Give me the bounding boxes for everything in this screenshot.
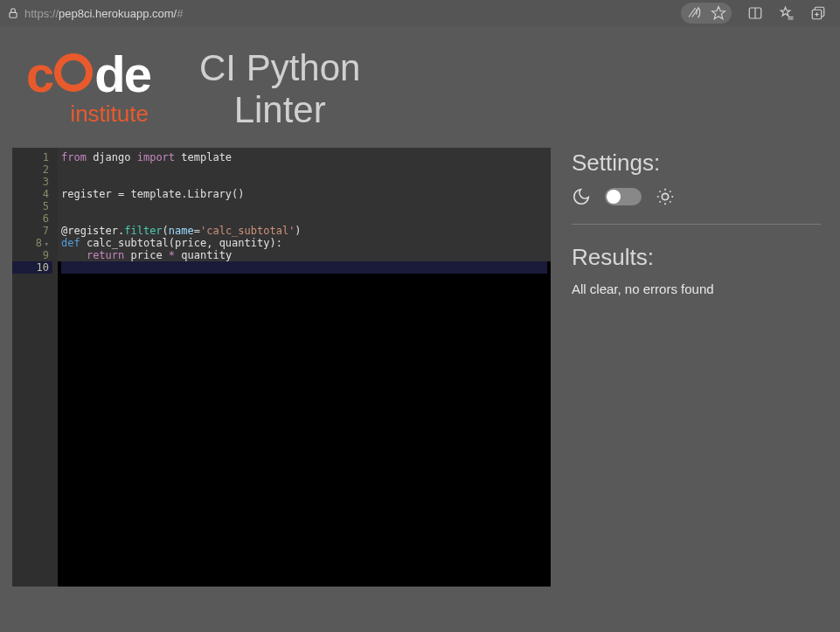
svg-line-13: [659, 191, 660, 191]
read-aloud-icon[interactable]: [686, 5, 702, 21]
svg-line-18: [670, 191, 670, 191]
code-line: @register.filter(name='calc_subtotal'): [61, 225, 547, 237]
code-line: def calc_subtotal(price, quantity):: [61, 237, 547, 249]
line-number: 7: [12, 225, 52, 237]
main-content: 1 2 3 4 5 6 7 8▾ 9 10 from django import…: [0, 148, 840, 587]
code-line-active: [61, 261, 547, 274]
code-line: [61, 176, 547, 188]
fold-icon[interactable]: ▾: [42, 238, 49, 250]
line-number: 5: [12, 200, 52, 212]
theme-toggle[interactable]: [605, 188, 642, 205]
svg-point-10: [662, 193, 668, 199]
svg-marker-4: [781, 7, 790, 16]
svg-marker-1: [712, 7, 725, 19]
collections-icon[interactable]: [810, 5, 826, 21]
line-number-active: 10: [12, 261, 52, 274]
favorite-star-icon[interactable]: [711, 5, 726, 21]
favorites-list-icon[interactable]: [779, 5, 795, 21]
code-line: register = template.Library(): [61, 188, 547, 200]
code-editor[interactable]: 1 2 3 4 5 6 7 8▾ 9 10 from django import…: [12, 148, 551, 587]
editor-gutter: 1 2 3 4 5 6 7 8▾ 9 10: [12, 148, 58, 587]
line-number: 9: [12, 249, 52, 261]
code-line: [61, 163, 547, 176]
line-number: 4: [12, 188, 52, 200]
line-number: 8▾: [12, 237, 52, 249]
svg-line-14: [670, 201, 670, 202]
line-number: 6: [12, 212, 52, 225]
reader-favorite-group: [681, 3, 732, 24]
sun-icon: [656, 187, 675, 206]
svg-rect-0: [10, 12, 17, 17]
results-heading: Results:: [572, 244, 821, 271]
toggle-knob: [607, 190, 621, 204]
logo-main: cde: [26, 52, 150, 97]
code-line: return price * quantity: [61, 249, 547, 261]
line-number: 1: [12, 151, 52, 163]
browser-actions: [681, 3, 833, 24]
split-screen-icon[interactable]: [747, 5, 763, 21]
lock-icon: [7, 7, 19, 19]
code-area[interactable]: from django import template register = t…: [58, 148, 551, 587]
logo-subtitle: institute: [70, 101, 149, 128]
settings-heading: Settings:: [572, 149, 821, 177]
theme-settings: [572, 187, 821, 225]
browser-toolbar: https://pep8ci.herokuapp.com/#: [0, 0, 840, 26]
code-line: from django import template: [61, 151, 547, 163]
moon-icon: [572, 187, 591, 206]
page-title: CI Python Linter: [199, 47, 360, 132]
right-panel: Settings: Results: All clear, no errors …: [572, 148, 828, 587]
code-line: [61, 200, 547, 212]
line-number: 3: [12, 176, 52, 188]
page-header: cde institute CI Python Linter: [0, 26, 840, 148]
url-text: https://pep8ci.herokuapp.com/#: [24, 7, 183, 20]
line-number: 2: [12, 163, 52, 176]
results-message: All clear, no errors found: [572, 281, 821, 296]
svg-line-17: [659, 201, 660, 202]
address-bar[interactable]: https://pep8ci.herokuapp.com/#: [7, 7, 674, 20]
code-line: [61, 212, 547, 225]
logo: cde institute: [26, 52, 150, 128]
